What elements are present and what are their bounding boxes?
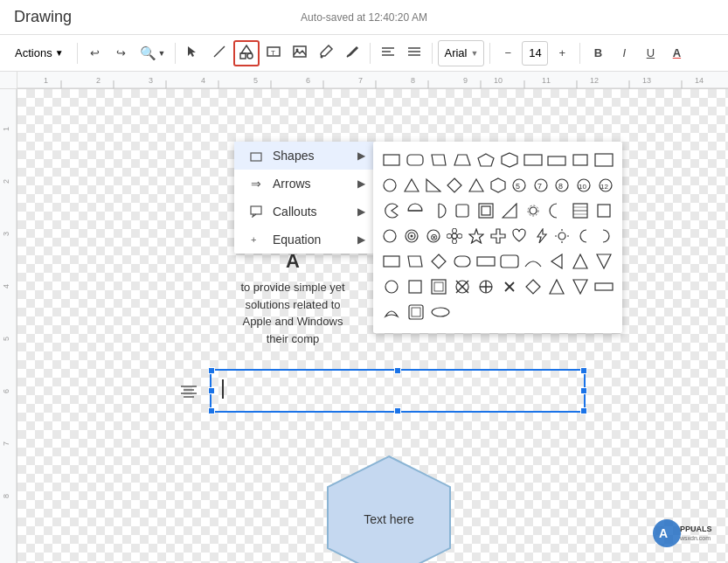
underline-button[interactable]: U xyxy=(638,40,662,66)
shape-num10[interactable]: 10 xyxy=(574,174,594,197)
shape-arc2[interactable] xyxy=(380,301,403,323)
shape-flower[interactable] xyxy=(445,225,465,247)
shape-striped[interactable] xyxy=(570,199,592,222)
font-size-input[interactable]: 14 xyxy=(522,41,548,66)
align-left-button[interactable] xyxy=(376,40,400,66)
shape-circle2[interactable] xyxy=(380,225,400,247)
shape-rect8[interactable] xyxy=(498,250,520,273)
font-size-increase-button[interactable]: + xyxy=(550,40,574,66)
handle-top-left[interactable] xyxy=(208,367,215,374)
shape-triangle2[interactable] xyxy=(467,174,487,197)
shape-frame2[interactable] xyxy=(427,275,449,298)
menu-item-callouts[interactable]: Callouts ▶ xyxy=(234,198,374,226)
shape-x[interactable] xyxy=(498,275,520,298)
shape-moon[interactable] xyxy=(546,199,568,222)
handle-bottom-right[interactable] xyxy=(580,407,587,414)
shape-half-circle2[interactable] xyxy=(427,199,449,222)
shape-diamond[interactable] xyxy=(445,174,465,197)
shape-diamond2[interactable] xyxy=(427,250,449,273)
shape-gear[interactable] xyxy=(523,199,544,222)
image-button[interactable] xyxy=(288,40,312,66)
shape-target[interactable] xyxy=(402,225,422,247)
shape-rtriangle2[interactable] xyxy=(498,199,520,222)
shape-crescent2[interactable] xyxy=(595,225,615,247)
shape-triangle4[interactable] xyxy=(546,275,568,298)
shape-cross[interactable] xyxy=(488,225,508,247)
shape-rectangle[interactable] xyxy=(380,149,402,171)
italic-button[interactable]: I xyxy=(612,40,636,66)
shapes-dropdown-menu[interactable]: Shapes ▶ ⇒ Arrows ▶ Callouts ▶ + xyxy=(234,142,374,254)
shape-square3[interactable] xyxy=(404,275,426,298)
shape-num5[interactable]: 5 xyxy=(510,174,530,197)
shape-rect5[interactable] xyxy=(593,149,615,171)
font-size-decrease-button[interactable]: − xyxy=(496,40,520,66)
shape-hexagon[interactable] xyxy=(498,149,520,171)
font-color-button[interactable]: A xyxy=(664,40,689,66)
shape-right-triangle[interactable] xyxy=(423,174,443,197)
menu-item-arrows[interactable]: ⇒ Arrows ▶ xyxy=(234,170,374,198)
shape-triangle[interactable] xyxy=(402,174,422,197)
shape-rect2[interactable] xyxy=(523,149,544,171)
shape-frame3[interactable] xyxy=(405,301,427,323)
zoom-button[interactable]: 🔍 ▼ xyxy=(135,40,170,66)
line-button[interactable] xyxy=(207,40,232,66)
paint-button[interactable] xyxy=(314,40,338,66)
align-justify-button[interactable] xyxy=(402,40,426,66)
handle-bottom-mid[interactable] xyxy=(394,407,401,414)
shapes-submenu-panel[interactable]: 5 7 8 10 12 ⊗ xyxy=(373,142,622,333)
shape-triangle3[interactable] xyxy=(570,250,592,273)
shape-frame[interactable] xyxy=(475,199,496,222)
menu-item-equation[interactable]: + Equation ▶ xyxy=(234,226,374,254)
handle-top-mid[interactable] xyxy=(394,367,401,374)
redo-button[interactable]: ↪ xyxy=(109,40,134,66)
font-family-select[interactable]: Arial ▼ xyxy=(438,40,484,66)
shape-rect4[interactable] xyxy=(570,149,592,171)
shape-circle[interactable] xyxy=(380,174,400,197)
shape-plus[interactable] xyxy=(475,275,496,298)
shape-num8[interactable]: 8 xyxy=(552,174,572,197)
shape-triangle-down[interactable] xyxy=(593,250,615,273)
shape-square2[interactable] xyxy=(593,199,615,222)
bold-button[interactable]: B xyxy=(586,40,610,66)
shape-hexagon2[interactable] xyxy=(488,174,508,197)
textbox-button[interactable]: T xyxy=(261,40,286,66)
select-button[interactable] xyxy=(181,40,205,66)
shape-chevron-left[interactable] xyxy=(546,250,568,273)
shape-cross2[interactable] xyxy=(451,275,473,298)
shape-wide-rect[interactable] xyxy=(593,275,615,298)
shape-down-triangle[interactable] xyxy=(570,275,592,298)
shape-rounded2[interactable] xyxy=(451,250,473,273)
shape-pentagon[interactable] xyxy=(475,149,496,171)
shape-rounded-rect[interactable] xyxy=(404,149,426,171)
handle-mid-left[interactable] xyxy=(208,387,215,394)
handle-top-right[interactable] xyxy=(580,367,587,374)
selection-box[interactable] xyxy=(210,369,586,413)
shape-rect3[interactable] xyxy=(546,149,568,171)
shape-star[interactable] xyxy=(467,225,487,247)
shape-lightning[interactable] xyxy=(530,225,551,247)
shape-circle3[interactable] xyxy=(380,275,402,298)
pen-button[interactable] xyxy=(340,40,364,66)
shape-sun[interactable] xyxy=(552,225,572,247)
shape-parallelogram[interactable] xyxy=(427,149,449,171)
undo-button[interactable]: ↩ xyxy=(83,40,107,66)
shape-rounded-square[interactable] xyxy=(451,199,473,222)
shape-trapezoid[interactable] xyxy=(451,149,473,171)
shapes-button[interactable] xyxy=(233,40,260,66)
shape-half-circle[interactable] xyxy=(404,199,426,222)
shape-heart[interactable] xyxy=(510,225,530,247)
shape-parallelogram2[interactable] xyxy=(404,250,426,273)
menu-item-shapes[interactable]: Shapes ▶ xyxy=(234,142,374,170)
handle-mid-right[interactable] xyxy=(580,387,587,394)
actions-button[interactable]: Actions ▼ xyxy=(7,42,72,64)
shape-num7[interactable]: 7 xyxy=(530,174,551,197)
shape-crescent[interactable] xyxy=(574,225,594,247)
shape-oval[interactable] xyxy=(429,301,452,323)
shape-num12[interactable]: 12 xyxy=(595,174,615,197)
handle-bottom-left[interactable] xyxy=(208,407,215,414)
hexagon-shape[interactable]: Text here xyxy=(315,452,463,563)
shape-diamond3[interactable] xyxy=(523,275,544,298)
shape-pacman[interactable] xyxy=(380,199,402,222)
canvas-area[interactable]: 1 2 3 4 5 6 7 8 9 10 11 12 13 1 xyxy=(0,72,728,563)
shape-rect7[interactable] xyxy=(475,250,496,273)
